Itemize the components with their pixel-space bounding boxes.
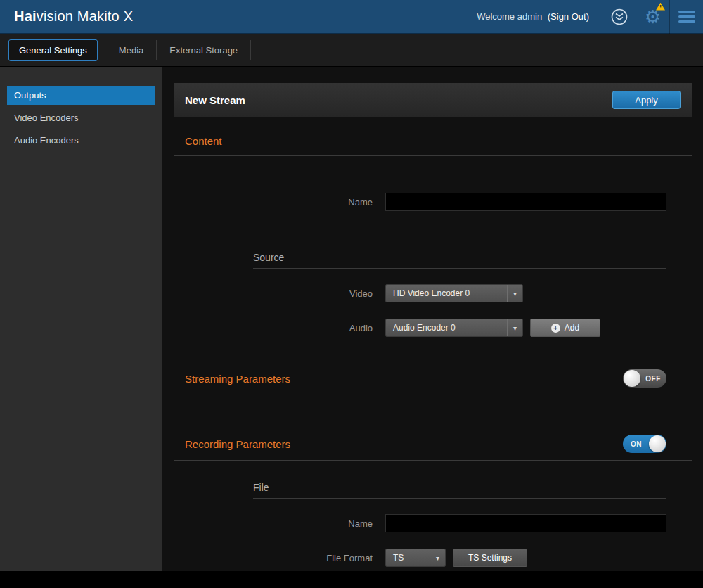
stream-name-label: Name <box>174 197 373 207</box>
source-subsection-header: Source <box>253 252 666 269</box>
topbar-actions: Welcome admin (Sign Out) ⚙ ! <box>477 0 703 33</box>
streaming-parameters-title: Streaming Parameters <box>185 373 290 385</box>
top-bar: Haivision Makito X Welcome admin (Sign O… <box>0 0 703 34</box>
app-logo: Haivision Makito X <box>0 8 133 25</box>
file-name-label: Name <box>174 518 373 529</box>
audio-source-value: Audio Encoder 0 <box>386 323 507 333</box>
welcome-text: Welcome admin (Sign Out) <box>477 11 589 22</box>
body-row: Outputs Video Encoders Audio Encoders Ne… <box>0 67 703 571</box>
audio-source-dropdown[interactable]: Audio Encoder 0 ▾ <box>385 319 523 337</box>
recording-toggle-state: ON <box>624 440 649 448</box>
file-name-row: Name <box>174 514 692 532</box>
file-format-value: TS <box>386 553 430 563</box>
settings-gear-button[interactable]: ⚙ ! <box>636 0 669 34</box>
video-source-dropdown[interactable]: HD Video Encoder 0 ▾ <box>385 284 523 302</box>
sidebar: Outputs Video Encoders Audio Encoders <box>0 67 162 571</box>
main-content: New Stream Apply Content Name Source Vid… <box>162 67 703 571</box>
menu-button[interactable] <box>669 0 703 34</box>
ts-settings-button[interactable]: TS Settings <box>453 549 527 567</box>
tab-bar: General Settings Media External Storage <box>0 34 703 67</box>
audio-label: Audio <box>174 323 373 333</box>
file-name-input[interactable] <box>385 514 666 532</box>
stream-name-row: Name <box>174 193 692 211</box>
new-stream-header: New Stream Apply <box>174 83 692 117</box>
chevron-down-icon: ▾ <box>507 285 522 302</box>
toggle-knob <box>649 435 666 452</box>
file-format-dropdown[interactable]: TS ▾ <box>385 549 446 567</box>
haivision-mark-icon[interactable] <box>602 0 636 34</box>
video-source-value: HD Video Encoder 0 <box>386 288 507 298</box>
streaming-toggle[interactable]: OFF <box>623 369 666 388</box>
page-title: New Stream <box>185 94 245 106</box>
content-section-title: Content <box>185 135 692 147</box>
recording-parameters-title: Recording Parameters <box>185 438 290 450</box>
logo-rest-text: vision Makito X <box>37 8 134 24</box>
tab-media[interactable]: Media <box>106 40 157 60</box>
recording-toggle[interactable]: ON <box>623 435 666 453</box>
sidebar-item-audio-encoders[interactable]: Audio Encoders <box>7 131 155 150</box>
add-button-label: Add <box>565 323 579 333</box>
page: Haivision Makito X Welcome admin (Sign O… <box>0 0 703 588</box>
sidebar-item-video-encoders[interactable]: Video Encoders <box>7 108 155 127</box>
file-subsection-header: File <box>253 482 666 499</box>
welcome-label: Welcome admin <box>477 11 542 22</box>
circle-chevrons-icon <box>610 8 628 26</box>
chevron-down-icon: ▾ <box>430 549 445 566</box>
chevron-down-icon: ▾ <box>507 319 522 336</box>
file-subsection-title: File <box>253 482 666 493</box>
toggle-knob <box>624 370 640 387</box>
file-format-label: File Format <box>174 553 373 563</box>
streaming-toggle-state: OFF <box>640 375 666 383</box>
video-label: Video <box>174 288 373 299</box>
logo-bold-text: Hai <box>14 8 37 24</box>
recording-parameters-section: Recording Parameters ON <box>174 435 692 461</box>
source-subsection-title: Source <box>253 252 666 263</box>
tab-external-storage[interactable]: External Storage <box>157 40 251 60</box>
hamburger-icon <box>678 11 695 23</box>
add-audio-button[interactable]: + Add <box>530 319 600 337</box>
video-source-row: Video HD Video Encoder 0 ▾ <box>174 284 692 302</box>
apply-button[interactable]: Apply <box>612 91 681 109</box>
stream-name-input[interactable] <box>385 193 666 211</box>
sidebar-item-outputs[interactable]: Outputs <box>7 86 155 105</box>
plus-icon: + <box>551 324 560 333</box>
content-section-header: Content <box>174 135 692 156</box>
audio-source-row: Audio Audio Encoder 0 ▾ + Add <box>174 319 692 337</box>
tab-general-settings[interactable]: General Settings <box>8 39 98 61</box>
file-format-row: File Format TS ▾ TS Settings <box>174 549 692 567</box>
streaming-parameters-section: Streaming Parameters OFF <box>174 369 692 395</box>
sign-out-link[interactable]: (Sign Out) <box>548 11 589 22</box>
